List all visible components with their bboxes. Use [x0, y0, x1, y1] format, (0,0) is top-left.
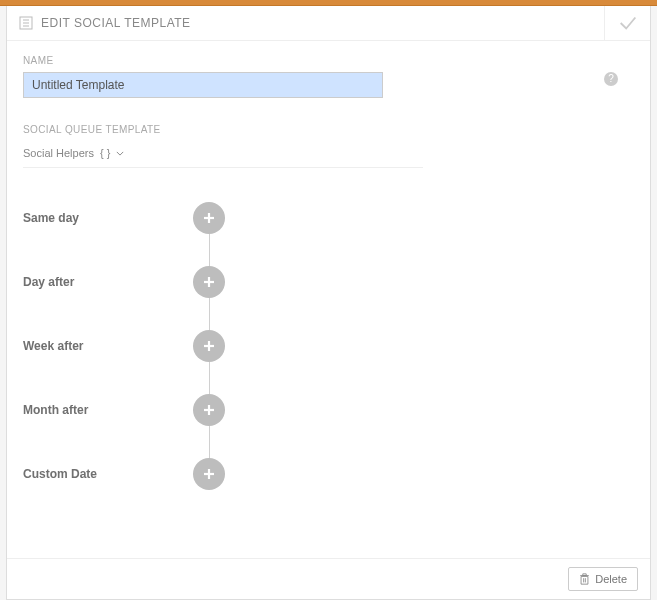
add-button[interactable]	[193, 266, 225, 298]
timeline-label: Month after	[23, 403, 193, 417]
timeline-row-same-day: Same day	[23, 186, 634, 250]
timeline-row-week-after: Week after	[23, 314, 634, 378]
timeline-label: Same day	[23, 211, 193, 225]
timeline-row-day-after: Day after	[23, 250, 634, 314]
timeline-node	[193, 394, 225, 426]
social-helpers-label: Social Helpers	[23, 147, 94, 159]
confirm-button[interactable]	[604, 6, 650, 40]
name-section: NAME ?	[23, 55, 634, 98]
timeline-node	[193, 266, 225, 298]
checkmark-icon	[617, 12, 639, 34]
panel-footer: Delete	[7, 558, 650, 599]
timeline-label: Day after	[23, 275, 193, 289]
timeline-node	[193, 330, 225, 362]
name-label: NAME	[23, 55, 634, 66]
plus-icon	[201, 466, 217, 482]
plus-icon	[201, 210, 217, 226]
panel-header: EDIT SOCIAL TEMPLATE	[7, 6, 650, 41]
plus-icon	[201, 338, 217, 354]
add-button[interactable]	[193, 202, 225, 234]
add-button[interactable]	[193, 330, 225, 362]
add-button[interactable]	[193, 458, 225, 490]
timeline-node	[193, 202, 225, 234]
panel-title: EDIT SOCIAL TEMPLATE	[41, 16, 191, 30]
panel-body: NAME ? SOCIAL QUEUE TEMPLATE Social Help…	[7, 41, 650, 558]
name-input[interactable]	[23, 72, 383, 98]
timeline: Same day Day after	[23, 186, 634, 506]
delete-label: Delete	[595, 573, 627, 585]
plus-icon	[201, 274, 217, 290]
plus-icon	[201, 402, 217, 418]
braces-icon: { }	[100, 147, 110, 159]
add-button[interactable]	[193, 394, 225, 426]
timeline-node	[193, 458, 225, 490]
template-icon	[19, 16, 33, 30]
timeline-label: Custom Date	[23, 467, 193, 481]
timeline-label: Week after	[23, 339, 193, 353]
social-helpers-dropdown[interactable]: Social Helpers { }	[23, 141, 423, 168]
trash-icon	[579, 573, 590, 585]
edit-social-template-panel: EDIT SOCIAL TEMPLATE NAME ? SOCIAL QUEUE…	[6, 6, 651, 600]
help-icon[interactable]: ?	[604, 72, 618, 86]
timeline-row-month-after: Month after	[23, 378, 634, 442]
chevron-down-icon	[116, 151, 124, 156]
queue-template-label: SOCIAL QUEUE TEMPLATE	[23, 124, 634, 135]
timeline-row-custom-date: Custom Date	[23, 442, 634, 506]
delete-button[interactable]: Delete	[568, 567, 638, 591]
